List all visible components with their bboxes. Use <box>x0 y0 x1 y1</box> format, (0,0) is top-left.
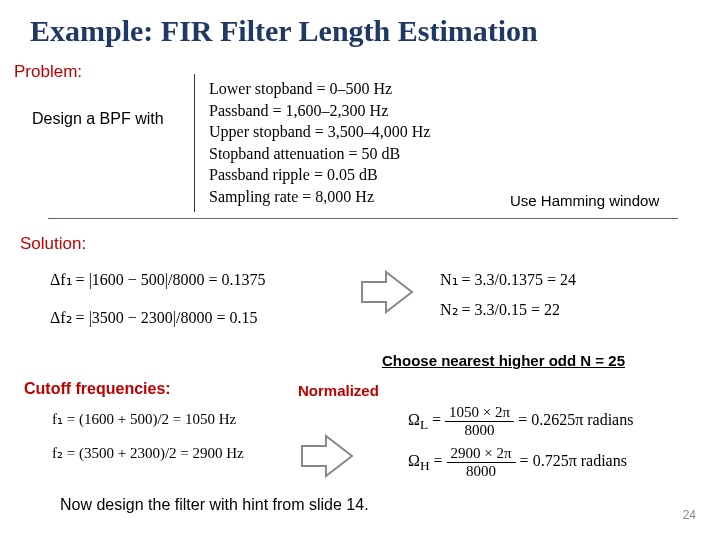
spec-line: Stopband attenuation = 50 dB <box>209 143 569 165</box>
spec-line: Passband = 1,600–2,300 Hz <box>209 100 569 122</box>
specs-box: Lower stopband = 0–500 Hz Passband = 1,6… <box>194 74 569 212</box>
equation-n2: N₂ = 3.3/0.15 = 22 <box>440 300 560 319</box>
equation-delta-f1: Δf₁ = |1600 − 500|/8000 = 0.1375 <box>50 270 266 289</box>
use-hamming-text: Use Hamming window <box>510 192 659 209</box>
slide-title: Example: FIR Filter Length Estimation <box>0 0 720 48</box>
arrow-icon <box>300 434 356 478</box>
equation-n1: N₁ = 3.3/0.1375 = 24 <box>440 270 576 289</box>
equation-delta-f2: Δf₂ = |3500 − 2300|/8000 = 0.15 <box>50 308 258 327</box>
spec-line: Lower stopband = 0–500 Hz <box>209 78 569 100</box>
omega-equations: ΩL = 1050 × 2π8000 = 0.2625π radians ΩH … <box>408 404 633 480</box>
design-text: Design a BPF with <box>32 110 164 128</box>
problem-label: Problem: <box>14 62 82 82</box>
closing-text: Now design the filter with hint from sli… <box>60 496 369 514</box>
choose-n-text: Choose nearest higher odd N = 25 <box>382 352 625 369</box>
equation-f1: f₁ = (1600 + 500)/2 = 1050 Hz <box>52 410 236 428</box>
equation-omega-H: ΩH = 2900 × 2π8000 = 0.725π radians <box>408 445 633 480</box>
divider-line <box>48 218 678 219</box>
slide-number: 24 <box>683 508 696 522</box>
arrow-icon <box>360 270 416 314</box>
equation-omega-L: ΩL = 1050 × 2π8000 = 0.2625π radians <box>408 404 633 439</box>
solution-label: Solution: <box>20 234 86 254</box>
spec-line: Upper stopband = 3,500–4,000 Hz <box>209 121 569 143</box>
cutoff-frequencies-label: Cutoff frequencies: <box>24 380 171 398</box>
spec-line: Passband ripple = 0.05 dB <box>209 164 569 186</box>
normalized-label: Normalized <box>298 382 379 399</box>
equation-f2: f₂ = (3500 + 2300)/2 = 2900 Hz <box>52 444 244 462</box>
